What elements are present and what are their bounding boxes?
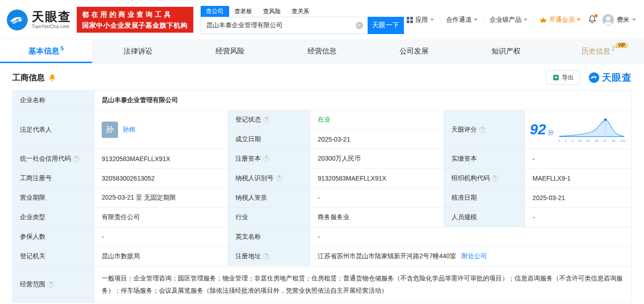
field-value-industry: 商务服务业 [310, 208, 444, 227]
help-icon[interactable] [263, 253, 270, 260]
tab-operation-risk[interactable]: 经营风险 [184, 40, 276, 63]
menu-vip[interactable]: 开通会员 [540, 16, 580, 24]
help-icon[interactable] [492, 175, 498, 181]
search-input[interactable] [201, 17, 368, 34]
tab-company-development[interactable]: 公司发展 [368, 40, 460, 63]
field-value-reg-authority: 昆山市数据局 [94, 247, 228, 266]
search-tab-boss[interactable]: 查老板 [235, 6, 252, 17]
field-label-business-term: 营业期限 [13, 188, 94, 208]
table-row: 登记机关 昆山市数据局 注册地址 江苏省苏州市昆山市陆家镇新开河路2号7幢440… [13, 247, 632, 266]
menu-divider [483, 17, 484, 23]
field-label-industry: 行业 [228, 208, 310, 227]
tab-legal-litigation[interactable]: 法律诉讼 [92, 40, 184, 63]
tab-basic-info-count: 5 [61, 45, 64, 52]
help-icon[interactable] [479, 127, 486, 133]
field-value-reg-capital: 20300万人民币 [310, 149, 444, 169]
help-icon[interactable] [73, 156, 79, 162]
tab-history-info[interactable]: 历史信息 2 VIP [552, 40, 644, 63]
field-value-reg-address: 江苏省苏州市昆山市陆家镇新开河路2号7幢440室 附近公司 [310, 247, 632, 266]
field-label-reg-authority: 登记机关 [13, 247, 94, 266]
axis-tick: 50 [586, 139, 590, 142]
field-value-business-scope: 一般项目：企业管理咨询；园区管理服务；物业管理；非居住房地产租赁；住房租赁；普通… [94, 266, 632, 303]
nearby-companies-link[interactable]: 附近公司 [462, 252, 487, 260]
table-row: 统一社会信用代码 91320583MAEFLLX91X 注册资本 20300万人… [13, 149, 632, 169]
export-button[interactable]: 导出 [546, 70, 580, 85]
menu-enterprise[interactable]: 企业级产品 [490, 16, 527, 24]
search-button[interactable]: 天眼一下 [368, 17, 404, 34]
score-chart: 0 1 3 15 50 85 97 99 100 [558, 117, 626, 142]
tab-intellectual-property[interactable]: 知识产权 [460, 40, 552, 63]
header: 天眼查 TianYanCha.com 都在用的商业查询工具 国家中小企业发展子基… [0, 0, 644, 40]
search-tab-company[interactable]: 查公司 [201, 6, 229, 17]
reg-address-text: 江苏省苏州市昆山市陆家镇新开河路2号7幢440室 [318, 252, 456, 260]
axis-tick: 3 [571, 139, 573, 142]
help-icon[interactable] [263, 117, 270, 123]
axis-tick: 1 [565, 139, 567, 142]
section-header: 工商信息 导出 天眼查 [12, 70, 632, 85]
field-label-establish-date: 成立日期 [228, 130, 310, 149]
score-unit: 分 [548, 128, 554, 137]
legal-rep-avatar: 孙 [102, 122, 118, 138]
chevron-down-icon [430, 19, 434, 21]
field-value-staff-size: - [525, 208, 632, 227]
field-value-credit-code: 91320583MAEFLLX91X [94, 149, 228, 169]
field-label-reg-status: 登记状态 [228, 110, 310, 130]
section-title: 工商信息 [12, 72, 45, 83]
axis-tick: 97 [603, 139, 607, 142]
business-info-table: 企业名称 昆山丰泰企业管理有限公司 法定代表人 孙 孙炜 登记状态 在业 天眼评… [12, 90, 632, 303]
field-value-org-code: MAEFLLX9-1 [525, 169, 632, 188]
vip-badge: VIP [615, 42, 628, 48]
user-menu[interactable]: 费米 [602, 14, 636, 26]
tab-history-info-count: 2 [612, 45, 615, 52]
table-row: 参保人数 - 英文名称 - [13, 227, 632, 247]
tab-operation-info[interactable]: 经营信息 [276, 40, 368, 63]
field-label-staff-size: 人员规模 [444, 208, 525, 227]
crown-icon [540, 17, 547, 23]
help-icon[interactable] [263, 156, 270, 162]
axis-tick: 0 [558, 139, 560, 142]
field-value-legal-rep: 孙 孙炜 [94, 110, 228, 149]
menu-partner[interactable]: 合作通道 [446, 16, 477, 24]
logo-text: 天眼查 TianYanCha.com [32, 10, 71, 29]
field-label-insured-count: 参保人数 [13, 227, 94, 247]
field-value-reg-status: 在业 [310, 110, 444, 130]
axis-tick: 99 [612, 139, 615, 142]
search-tabs: 查公司 查老板 查风险 查关系 [201, 6, 404, 17]
field-value-taxpayer-id: 91320583MAEFLLX91X [310, 169, 444, 188]
page: 天眼查 TianYanCha.com 都在用的商业查询工具 国家中小企业发展子基… [0, 0, 644, 304]
chevron-down-icon [524, 19, 527, 21]
tab-operation-risk-label: 经营风险 [216, 47, 245, 56]
tianyancha-logo[interactable]: 天眼查 TianYanCha.com [6, 9, 71, 31]
watermark-logo: 天眼查 [589, 71, 632, 84]
tab-intellectual-property-label: 知识产权 [492, 47, 521, 56]
menu-apps[interactable]: 应用 [407, 16, 434, 24]
user-name: 费米 [617, 16, 629, 24]
field-label-taxpayer-id: 纳税人识别号 [228, 169, 310, 188]
brand-domain: TianYanCha.com [32, 24, 71, 29]
search-tab-risk[interactable]: 查风险 [263, 6, 281, 17]
field-label-org-code: 组织机构代码 [444, 169, 525, 188]
field-value-company-name: 昆山丰泰企业管理有限公司 [94, 91, 632, 110]
subscribe-bell-icon[interactable] [49, 74, 56, 81]
help-icon[interactable] [48, 281, 54, 288]
tianyancha-logo-icon [6, 9, 28, 31]
help-icon[interactable] [276, 175, 282, 181]
table-row: 营业期限 2025-03-21 至 无固定期限 纳税人资质 - 核准日期 202… [13, 188, 632, 208]
field-value-score: 92 分 0 1 3 15 [525, 110, 632, 149]
field-value-establish-date: 2025-03-21 [310, 130, 444, 149]
tab-company-development-label: 公司发展 [399, 47, 428, 56]
field-value-reg-number: 320583002613052 [94, 169, 228, 188]
menu-divider [533, 17, 534, 23]
tianyan-score: 92 分 0 1 3 15 [530, 117, 627, 142]
field-label-english-name: 英文名称 [228, 227, 310, 247]
chevron-down-icon [474, 19, 477, 21]
field-value-approval-date: 2025-03-21 [525, 188, 632, 208]
export-label: 导出 [562, 74, 574, 82]
top-menu: 应用 合作通道 企业级产品 开通会员 [407, 14, 636, 26]
legal-rep-link[interactable]: 孙炜 [123, 126, 135, 134]
score-axis: 0 1 3 15 50 85 97 99 100 [558, 139, 625, 142]
clear-icon[interactable] [356, 22, 363, 29]
search-tab-relation[interactable]: 查关系 [292, 6, 310, 17]
notification-bell[interactable] [588, 15, 596, 25]
tab-basic-info[interactable]: 基本信息 5 [0, 40, 92, 63]
